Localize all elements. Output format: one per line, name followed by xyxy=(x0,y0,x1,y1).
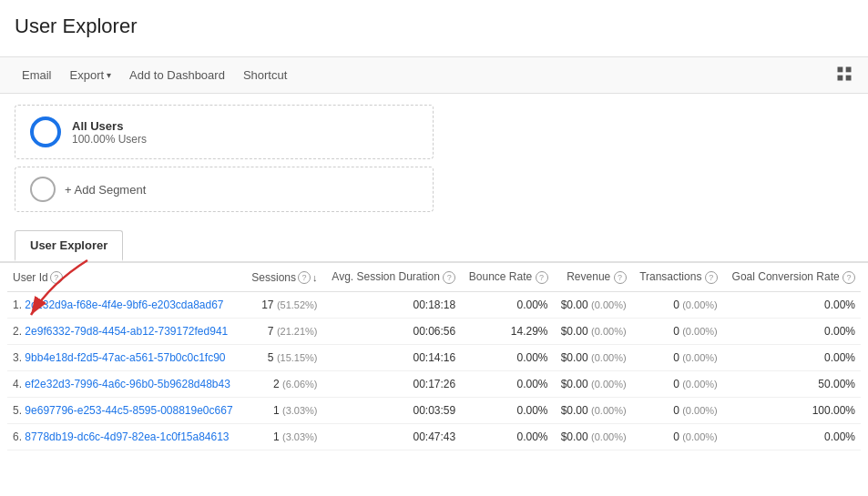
goal-conversion-value: 0.00% xyxy=(824,430,855,443)
table-row: 2. 2e9f6332-79d8-4454-ab12-739172fed941 … xyxy=(7,319,861,345)
cell-avg-session: 00:18:18 xyxy=(323,292,462,319)
goal-conversion-value: 0.00% xyxy=(824,325,855,338)
avg-session-value: 00:06:56 xyxy=(414,325,456,338)
bounce-rate-help-icon[interactable]: ? xyxy=(536,271,548,284)
sort-desc-icon[interactable]: ↓ xyxy=(312,272,318,283)
bounce-rate-value: 0.00% xyxy=(516,404,547,417)
cell-transactions: 0 (0.00%) xyxy=(632,345,723,371)
cell-revenue: $0.00 (0.00%) xyxy=(554,319,632,345)
svg-rect-3 xyxy=(846,76,852,81)
avg-session-value: 00:18:18 xyxy=(414,299,456,311)
cell-transactions: 0 (0.00%) xyxy=(632,292,723,319)
cell-bounce-rate: 0.00% xyxy=(461,371,553,398)
revenue-value: $0.00 xyxy=(561,299,588,311)
bounce-rate-value: 0.00% xyxy=(516,430,547,443)
cell-user-id: 6. 8778db19-dc6c-4d97-82ea-1c0f15a84613 xyxy=(7,424,244,450)
col-header-sessions: Sessions ? ↓ xyxy=(244,263,322,292)
sessions-help-icon[interactable]: ? xyxy=(298,271,311,284)
user-id-link[interactable]: 8778db19-dc6c-4d97-82ea-1c0f15a84613 xyxy=(25,430,229,443)
sessions-pct: (15.15%) xyxy=(277,352,318,363)
revenue-pct: (0.00%) xyxy=(591,326,627,337)
revenue-pct: (0.00%) xyxy=(591,379,627,390)
transactions-pct: (0.00%) xyxy=(682,326,718,337)
cell-transactions: 0 (0.00%) xyxy=(632,398,723,424)
user-id-link[interactable]: 9e697796-e253-44c5-8595-008819e0c667 xyxy=(25,404,232,417)
avg-session-value: 00:14:16 xyxy=(414,351,456,364)
svg-rect-0 xyxy=(838,67,843,73)
cell-avg-session: 00:06:56 xyxy=(323,319,462,345)
cell-revenue: $0.00 (0.00%) xyxy=(554,292,632,319)
sessions-value: 7 xyxy=(268,325,274,338)
transactions-value: 0 xyxy=(673,430,679,443)
cell-sessions: 2 (6.06%) xyxy=(244,371,322,398)
sessions-pct: (3.03%) xyxy=(282,405,318,416)
sessions-pct: (3.03%) xyxy=(282,431,318,442)
segments-area: All Users 100.00% Users + Add Segment xyxy=(0,94,868,223)
revenue-pct: (0.00%) xyxy=(591,299,627,310)
revenue-value: $0.00 xyxy=(561,378,588,390)
cell-avg-session: 00:14:16 xyxy=(323,345,462,371)
bounce-rate-value: 0.00% xyxy=(516,299,547,311)
transactions-pct: (0.00%) xyxy=(682,299,718,310)
svg-rect-2 xyxy=(838,76,843,81)
row-number: 4. xyxy=(13,378,22,390)
transactions-value: 0 xyxy=(673,404,679,417)
avg-session-help-icon[interactable]: ? xyxy=(443,271,455,284)
cell-user-id: 5. 9e697796-e253-44c5-8595-008819e0c667 xyxy=(7,398,244,424)
cell-sessions: 1 (3.03%) xyxy=(244,398,322,424)
segment-name: All Users xyxy=(72,119,147,133)
cell-goal-conversion: 100.00% xyxy=(723,398,861,424)
add-segment-label: + Add Segment xyxy=(65,183,146,197)
sessions-value: 1 xyxy=(273,404,280,417)
cell-bounce-rate: 14.29% xyxy=(461,319,553,345)
sessions-pct: (6.06%) xyxy=(282,379,318,390)
cell-revenue: $0.00 (0.00%) xyxy=(554,398,632,424)
row-number: 3. xyxy=(13,351,22,364)
export-button[interactable]: Export ▾ xyxy=(63,65,119,86)
cell-sessions: 1 (3.03%) xyxy=(244,424,322,450)
transactions-pct: (0.00%) xyxy=(682,352,718,363)
segment-circle xyxy=(30,116,61,147)
red-arrow-annotation xyxy=(15,256,97,329)
sessions-pct: (21.21%) xyxy=(277,326,318,337)
bounce-rate-value: 14.29% xyxy=(511,325,548,338)
cell-bounce-rate: 0.00% xyxy=(461,424,553,450)
email-button[interactable]: Email xyxy=(15,65,59,86)
revenue-help-icon[interactable]: ? xyxy=(614,271,627,284)
bounce-rate-value: 0.00% xyxy=(516,351,547,364)
grid-view-icon[interactable] xyxy=(835,65,853,86)
sessions-value: 2 xyxy=(273,378,280,390)
cell-goal-conversion: 0.00% xyxy=(723,345,861,371)
goal-conversion-value: 100.00% xyxy=(812,404,855,417)
goal-conversion-value: 0.00% xyxy=(824,351,855,364)
avg-session-value: 00:47:43 xyxy=(414,430,456,443)
avg-session-value: 00:17:26 xyxy=(414,378,456,390)
add-segment-button[interactable]: + Add Segment xyxy=(15,167,434,212)
cell-goal-conversion: 0.00% xyxy=(723,292,861,319)
cell-bounce-rate: 0.00% xyxy=(461,398,553,424)
transactions-help-icon[interactable]: ? xyxy=(705,271,718,284)
goal-conversion-help-icon[interactable]: ? xyxy=(842,271,855,284)
cell-bounce-rate: 0.00% xyxy=(461,345,553,371)
shortcut-button[interactable]: Shortcut xyxy=(236,65,294,86)
cell-goal-conversion: 0.00% xyxy=(723,424,861,450)
transactions-value: 0 xyxy=(673,351,679,364)
table-row: 5. 9e697796-e253-44c5-8595-008819e0c667 … xyxy=(7,398,861,424)
col-header-avg-session: Avg. Session Duration ? xyxy=(323,263,462,292)
cell-transactions: 0 (0.00%) xyxy=(632,371,723,398)
revenue-pct: (0.00%) xyxy=(591,431,627,442)
cell-avg-session: 00:03:59 xyxy=(323,398,462,424)
segment-info: All Users 100.00% Users xyxy=(72,119,147,146)
user-id-link[interactable]: 9bb4e18d-f2d5-47ac-a561-57b0c0c1fc90 xyxy=(25,351,225,364)
cell-sessions: 17 (51.52%) xyxy=(244,292,322,319)
revenue-value: $0.00 xyxy=(561,404,588,417)
transactions-pct: (0.00%) xyxy=(682,379,718,390)
user-id-link[interactable]: ef2e32d3-7996-4a6c-96b0-5b9628d48b43 xyxy=(25,378,230,390)
cell-avg-session: 00:17:26 xyxy=(323,371,462,398)
add-to-dashboard-button[interactable]: Add to Dashboard xyxy=(122,65,232,86)
cell-revenue: $0.00 (0.00%) xyxy=(554,371,632,398)
row-number: 5. xyxy=(13,404,22,417)
revenue-value: $0.00 xyxy=(561,325,588,338)
chevron-down-icon: ▾ xyxy=(107,70,111,80)
data-table: User Id ? Sessions ? ↓ Avg. Session Dura… xyxy=(7,263,861,450)
